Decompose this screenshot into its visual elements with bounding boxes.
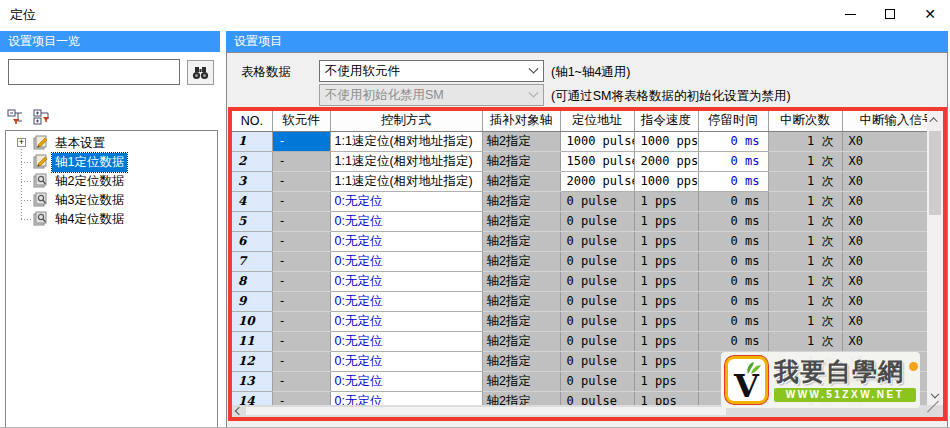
cell-positioning-address[interactable]: 0 pulse bbox=[560, 331, 634, 351]
cell-positioning-address[interactable]: 0 pulse bbox=[560, 191, 634, 211]
column-header-指令速度[interactable]: 指令速度 bbox=[634, 111, 698, 131]
cell-command-speed[interactable]: 1 pps bbox=[634, 231, 698, 251]
cell-no[interactable]: 5 bbox=[232, 211, 272, 231]
cell-no[interactable]: 4 bbox=[232, 191, 272, 211]
tree-item-轴2定位数据[interactable]: 轴2定位数据 bbox=[33, 172, 127, 191]
cell-device[interactable]: - bbox=[272, 291, 330, 311]
cell-interpolation-axis[interactable]: 轴2指定 bbox=[482, 331, 560, 351]
cell-positioning-address[interactable]: 0 pulse bbox=[560, 311, 634, 331]
vertical-scrollbar[interactable] bbox=[927, 111, 943, 405]
minimize-button[interactable] bbox=[830, 0, 870, 28]
scroll-up-button[interactable] bbox=[927, 111, 943, 128]
cell-command-speed[interactable]: 1 pps bbox=[634, 291, 698, 311]
cell-dwell-time[interactable]: 0 ms bbox=[698, 291, 768, 311]
cell-interpolation-axis[interactable]: 轴2指定 bbox=[482, 151, 560, 171]
cell-command-speed[interactable]: 1 pps bbox=[634, 391, 698, 405]
cell-dwell-time[interactable]: 0 ms bbox=[698, 231, 768, 251]
cell-device[interactable]: - bbox=[272, 271, 330, 291]
cell-interrupt-input-signal[interactable]: X0 bbox=[842, 131, 927, 151]
cell-control-method[interactable]: 0:无定位 bbox=[330, 351, 482, 371]
expand-icon[interactable] bbox=[17, 138, 26, 147]
collapse-all-button[interactable] bbox=[6, 108, 26, 126]
cell-control-method[interactable]: 0:无定位 bbox=[330, 211, 482, 231]
cell-control-method[interactable]: 0:无定位 bbox=[330, 191, 482, 211]
column-header-停留时间[interactable]: 停留时间 bbox=[698, 111, 768, 131]
cell-device[interactable]: - bbox=[272, 391, 330, 405]
cell-command-speed[interactable]: 1000 pps bbox=[634, 131, 698, 151]
cell-control-method[interactable]: 0:无定位 bbox=[330, 391, 482, 405]
scroll-left-button[interactable] bbox=[232, 405, 246, 417]
cell-no[interactable]: 11 bbox=[232, 331, 272, 351]
tree-item-轴4定位数据[interactable]: 轴4定位数据 bbox=[33, 210, 127, 229]
cell-interpolation-axis[interactable]: 轴2指定 bbox=[482, 251, 560, 271]
cell-interpolation-axis[interactable]: 轴2指定 bbox=[482, 191, 560, 211]
cell-interrupt-input-signal[interactable]: X0 bbox=[842, 171, 927, 191]
cell-no[interactable]: 2 bbox=[232, 151, 272, 171]
cell-no[interactable]: 8 bbox=[232, 271, 272, 291]
cell-positioning-address[interactable]: 0 pulse bbox=[560, 271, 634, 291]
cell-no[interactable]: 9 bbox=[232, 291, 272, 311]
cell-interrupt-count[interactable]: 1 次 bbox=[768, 251, 842, 271]
cell-command-speed[interactable]: 1000 pps bbox=[634, 171, 698, 191]
column-header-中断输入信号[interactable]: 中断输入信号 bbox=[842, 111, 927, 131]
cell-command-speed[interactable]: 1 pps bbox=[634, 271, 698, 291]
cell-interrupt-input-signal[interactable]: X0 bbox=[842, 311, 927, 331]
cell-control-method[interactable]: 1:1速定位(相对地址指定) bbox=[330, 171, 482, 191]
search-input[interactable] bbox=[8, 59, 180, 85]
cell-positioning-address[interactable]: 0 pulse bbox=[560, 351, 634, 371]
cell-device[interactable]: - bbox=[272, 331, 330, 351]
cell-device[interactable]: - bbox=[272, 131, 330, 151]
cell-positioning-address[interactable]: 1500 pulse bbox=[560, 151, 634, 171]
cell-no[interactable]: 13 bbox=[232, 371, 272, 391]
device-combo-arrow[interactable] bbox=[523, 61, 543, 81]
cell-command-speed[interactable]: 1 pps bbox=[634, 371, 698, 391]
cell-interrupt-count[interactable]: 1 次 bbox=[768, 271, 842, 291]
cell-device[interactable]: - bbox=[272, 311, 330, 331]
cell-interrupt-count[interactable]: 1 次 bbox=[768, 191, 842, 211]
cell-dwell-time[interactable]: 0 ms bbox=[698, 171, 768, 191]
maximize-button[interactable] bbox=[870, 0, 910, 28]
cell-interpolation-axis[interactable]: 轴2指定 bbox=[482, 131, 560, 151]
cell-device[interactable]: - bbox=[272, 211, 330, 231]
cell-no[interactable]: 14 bbox=[232, 391, 272, 405]
column-header-控制方式[interactable]: 控制方式 bbox=[330, 111, 482, 131]
cell-control-method[interactable]: 0:无定位 bbox=[330, 231, 482, 251]
column-header-软元件[interactable]: 软元件 bbox=[272, 111, 330, 131]
cell-dwell-time[interactable]: 0 ms bbox=[698, 211, 768, 231]
cell-control-method[interactable]: 0:无定位 bbox=[330, 311, 482, 331]
cell-control-method[interactable]: 0:无定位 bbox=[330, 371, 482, 391]
cell-command-speed[interactable]: 1 pps bbox=[634, 211, 698, 231]
cell-positioning-address[interactable]: 1000 pulse bbox=[560, 131, 634, 151]
cell-positioning-address[interactable]: 0 pulse bbox=[560, 231, 634, 251]
cell-command-speed[interactable]: 1 pps bbox=[634, 311, 698, 331]
cell-dwell-time[interactable]: 0 ms bbox=[698, 151, 768, 171]
vertical-scroll-thumb[interactable] bbox=[929, 131, 941, 215]
cell-command-speed[interactable]: 1 pps bbox=[634, 191, 698, 211]
cell-control-method[interactable]: 0:无定位 bbox=[330, 291, 482, 311]
cell-dwell-time[interactable]: 0 ms bbox=[698, 251, 768, 271]
cell-interpolation-axis[interactable]: 轴2指定 bbox=[482, 211, 560, 231]
cell-dwell-time[interactable]: 0 ms bbox=[698, 271, 768, 291]
cell-interrupt-input-signal[interactable]: X0 bbox=[842, 271, 927, 291]
cell-no[interactable]: 3 bbox=[232, 171, 272, 191]
cell-positioning-address[interactable]: 0 pulse bbox=[560, 371, 634, 391]
cell-device[interactable]: - bbox=[272, 251, 330, 271]
close-button[interactable]: ✕ bbox=[910, 0, 950, 28]
cell-interrupt-count[interactable]: 1 次 bbox=[768, 211, 842, 231]
cell-interrupt-count[interactable]: 1 次 bbox=[768, 171, 842, 191]
cell-positioning-address[interactable]: 0 pulse bbox=[560, 251, 634, 271]
tree-item-轴1定位数据[interactable]: 轴1定位数据 bbox=[33, 153, 127, 172]
cell-interpolation-axis[interactable]: 轴2指定 bbox=[482, 291, 560, 311]
cell-command-speed[interactable]: 1 pps bbox=[634, 351, 698, 371]
cell-device[interactable]: - bbox=[272, 231, 330, 251]
cell-dwell-time[interactable]: 0 ms bbox=[698, 191, 768, 211]
cell-positioning-address[interactable]: 0 pulse bbox=[560, 291, 634, 311]
cell-positioning-address[interactable]: 0 pulse bbox=[560, 391, 634, 405]
column-header-定位地址[interactable]: 定位地址 bbox=[560, 111, 634, 131]
cell-interrupt-input-signal[interactable]: X0 bbox=[842, 251, 927, 271]
cell-interpolation-axis[interactable]: 轴2指定 bbox=[482, 351, 560, 371]
cell-no[interactable]: 10 bbox=[232, 311, 272, 331]
cell-interrupt-count[interactable]: 1 次 bbox=[768, 131, 842, 151]
cell-interrupt-input-signal[interactable]: X0 bbox=[842, 231, 927, 251]
cell-positioning-address[interactable]: 0 pulse bbox=[560, 211, 634, 231]
